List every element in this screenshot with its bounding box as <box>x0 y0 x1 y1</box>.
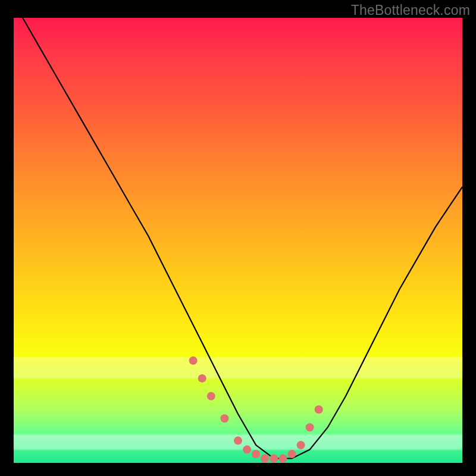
chart-svg <box>14 18 462 463</box>
watermark-text: TheBottleneck.com <box>351 2 470 18</box>
highlight-marker <box>220 414 228 422</box>
highlight-marker <box>189 356 198 365</box>
highlight-marker <box>234 437 242 445</box>
highlight-marker <box>207 392 215 400</box>
highlight-marker <box>261 455 269 463</box>
chart-frame <box>14 18 462 463</box>
highlight-marker <box>252 450 260 458</box>
highlight-markers <box>189 356 323 463</box>
highlight-marker <box>306 423 314 431</box>
bottleneck-curve <box>23 18 462 459</box>
highlight-marker <box>288 450 296 458</box>
highlight-marker <box>243 446 251 454</box>
highlight-marker <box>278 455 287 463</box>
highlight-marker <box>315 405 323 414</box>
highlight-marker <box>198 374 206 383</box>
highlight-marker <box>270 455 278 463</box>
highlight-marker <box>297 441 305 449</box>
